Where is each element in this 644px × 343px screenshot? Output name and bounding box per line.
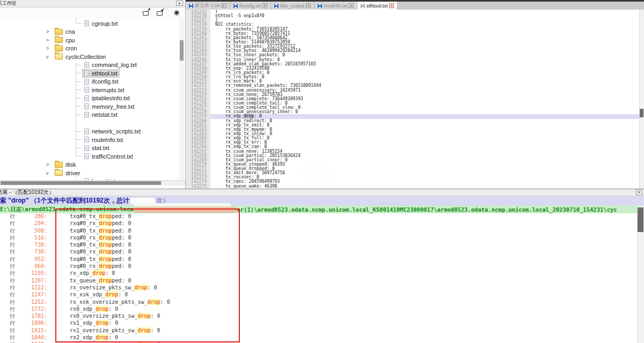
tab-label: modinfo.txt xyxy=(324,3,347,9)
result-row[interactable]: 行 1815: rx1_oversize_pkts_sw_drop: 0 xyxy=(0,327,636,334)
result-row[interactable]: 行 738: rxq#0_rx_dropped: 0 xyxy=(0,248,636,255)
result-row[interactable]: 行 508: txq#0_tx_dropped: 0 xyxy=(0,227,636,234)
result-file-path-line[interactable]: E:\日志\armod0523.odata.ncmp.unicom.locaar… xyxy=(0,205,644,213)
locate-file-icon[interactable]: ◉ xyxy=(172,9,181,16)
document-tab[interactable]: ethtool.txt ✕ xyxy=(357,2,398,10)
tree-item-body[interactable]: stat.txt xyxy=(83,144,111,152)
chevron-icon[interactable]: > xyxy=(46,46,53,51)
tree-item-body[interactable]: cpu xyxy=(53,36,77,44)
row-text-pre: rx_oversize_pkts_sw_ xyxy=(70,285,134,290)
tree-item[interactable]: command_log.txt xyxy=(0,61,179,70)
tree-item[interactable]: trafficControl.txt xyxy=(0,152,179,161)
tree-item[interactable]: cgroup.txt xyxy=(0,19,179,28)
document-tab[interactable]: fdm_output ✕ xyxy=(271,2,314,10)
result-row[interactable]: 行 960: rxq#0_rx_dropped: 0 xyxy=(0,263,636,270)
expand-all-icon[interactable]: ↗ xyxy=(142,9,151,16)
result-row[interactable]: 行 1195: rx_xdp_drop: 0 xyxy=(0,270,636,277)
expand-arrow-glyph: ↗ xyxy=(147,8,151,12)
workspace-close-icon[interactable]: ✕ xyxy=(176,1,183,6)
tree-item-body[interactable]: iptablesInfo.txt xyxy=(83,94,131,102)
tree-item[interactable]: ethtool.txt xyxy=(0,69,179,78)
tree-item-label: cyclicCollection xyxy=(65,54,106,60)
chevron-icon[interactable]: v xyxy=(46,54,53,59)
search-summary-line[interactable]: 索 "drop" （1个文件中匹配到10192次，总计次） xyxy=(0,196,644,205)
row-text-post: : 0 xyxy=(108,306,118,312)
tree-item[interactable]: iptablesInfo.txt xyxy=(0,94,179,103)
tree-item-body[interactable]: cgroup.txt xyxy=(83,20,119,27)
tree-item[interactable]: ifconfig.txt xyxy=(0,78,179,86)
match-highlight: drop xyxy=(137,327,150,333)
tree-item-body[interactable]: cyclicCollection xyxy=(53,53,107,61)
result-row[interactable]: 行 952: txq#0_tx_dropped: 0 xyxy=(0,256,636,263)
tree-item-label: cron xyxy=(65,45,77,51)
row-line-prefix: 行 xyxy=(10,319,17,326)
result-row[interactable]: 行 1247: rx_xsk_xdp_drop: 0 xyxy=(0,291,636,298)
tree-item-body[interactable]: command_log.txt xyxy=(83,61,138,69)
tab-close-icon[interactable]: ✕ xyxy=(222,3,226,8)
tree-item[interactable]: > cpu xyxy=(0,36,179,44)
tree-item-body[interactable]: ifconfig.txt xyxy=(83,78,120,85)
editor-vertical-scrollbar-thumb[interactable] xyxy=(640,109,643,117)
tree-item-body[interactable]: memory_free.txt xyxy=(83,103,136,110)
result-row[interactable]: 行 730: txq#0_tx_dropped: 0 xyxy=(0,241,636,248)
results-vertical-scrollbar-thumb[interactable] xyxy=(638,207,643,232)
result-row[interactable]: 行 1207: tx_queue_dropped: 0 xyxy=(0,277,636,284)
tree-item[interactable]: interrupts.txt xyxy=(0,86,179,94)
code-text: { xyxy=(210,18,639,23)
result-row[interactable]: 行 1222: rx_oversize_pkts_sw_drop: 0 xyxy=(0,284,636,291)
tree-item-body[interactable]: interrupts.txt xyxy=(83,86,126,94)
tab-close-icon[interactable]: ✕ xyxy=(349,3,354,8)
tree-item[interactable]: > cna xyxy=(0,28,179,36)
tree-item-label: ifconfig.txt xyxy=(92,78,119,85)
tree-item[interactable]: v driver xyxy=(0,169,179,177)
result-row[interactable]: 行 294: rxq#0_rx_dropped: 0 xyxy=(0,220,636,227)
chevron-icon[interactable]: > xyxy=(46,38,53,43)
tree-item[interactable]: memory_free.txt xyxy=(0,102,179,111)
row-text: rx0_oversize_pkts_sw_drop: 0 xyxy=(70,312,160,319)
tree-item[interactable]: netstat.txt xyxy=(0,111,179,120)
tree-item-body[interactable]: cna xyxy=(53,28,77,35)
tab-close-icon[interactable]: ✕ xyxy=(389,3,394,8)
tree-item[interactable]: v cyclicCollection xyxy=(0,53,179,61)
tree-item[interactable]: > disk xyxy=(0,161,179,169)
document-tab[interactable]: 新文件 1.txt ✕ xyxy=(186,2,230,10)
tree-item-body[interactable]: driver xyxy=(53,169,82,177)
code-text: rx_lro_packets: 0 xyxy=(210,71,639,75)
document-tab[interactable]: ifconfig.txt ✕ xyxy=(230,2,272,10)
result-row[interactable]: 行 1252: rx_xsk_oversize_pkts_sw_drop: 0 xyxy=(0,299,636,305)
tree-item-label: interrupts.txt xyxy=(92,87,125,93)
row-text: tx_queue_dropped: 0 xyxy=(70,277,131,284)
document-tab[interactable]: modinfo.txt ✕ xyxy=(314,2,357,10)
result-row[interactable]: 行 286: txq#0_tx_dropped: 0 xyxy=(0,213,636,220)
result-row[interactable]: 行 1781: rx0_oversize_pkts_sw_drop: 0 xyxy=(0,312,636,319)
tree-item-body[interactable]: netstat.txt xyxy=(83,111,119,118)
tree-item-body[interactable]: disk xyxy=(53,161,78,168)
result-row[interactable]: 行 1840: rx2_xdp_drop: 0 xyxy=(0,334,636,341)
tree-item-body[interactable]: network_scripts.txt xyxy=(83,128,142,135)
tree-item[interactable] xyxy=(0,119,179,128)
chevron-icon[interactable]: > xyxy=(46,162,53,167)
results-close-icon[interactable]: ✕ xyxy=(636,190,642,195)
result-row[interactable]: 行 516: rxq#0_rx_dropped: 0 xyxy=(0,234,636,241)
editor-vertical-scrollbar[interactable] xyxy=(639,10,644,189)
tree-item[interactable]: network_scripts.txt xyxy=(0,128,179,136)
collapse-all-icon[interactable]: ↙ xyxy=(156,9,165,16)
tree-horizontal-scrollbar-thumb[interactable] xyxy=(1,181,161,185)
result-row[interactable]: 行 1849: rx2_oversize_pkts_sw_drop: 0 xyxy=(0,341,636,343)
tab-close-icon[interactable]: ✕ xyxy=(262,3,267,8)
tree-item-body[interactable]: routeInfo.txt xyxy=(83,136,125,144)
tree-item[interactable]: routeInfo.txt xyxy=(0,136,179,144)
file-icon xyxy=(84,70,89,76)
chevron-icon[interactable]: v xyxy=(46,170,53,176)
code-editor[interactable]: 142235 } 142236 ethtool -S enp1s0f0 1422… xyxy=(186,10,639,189)
result-row[interactable]: 行 1806: rx1_xdp_drop: 0 xyxy=(0,319,636,326)
tree-vertical-scrollbar-thumb[interactable] xyxy=(180,40,184,61)
tree-item[interactable]: stat.txt xyxy=(0,144,179,153)
tree-item[interactable]: > cron xyxy=(0,44,179,53)
tree-item-body[interactable]: trafficControl.txt xyxy=(83,153,135,160)
tree-item-body[interactable]: cron xyxy=(53,44,78,52)
chevron-icon[interactable]: > xyxy=(46,29,53,34)
result-row[interactable]: 行 1772: rx0_xdp_drop: 0 xyxy=(0,305,636,312)
tab-close-icon[interactable]: ✕ xyxy=(306,3,311,8)
tree-item-body[interactable]: ethtool.txt xyxy=(83,70,119,77)
